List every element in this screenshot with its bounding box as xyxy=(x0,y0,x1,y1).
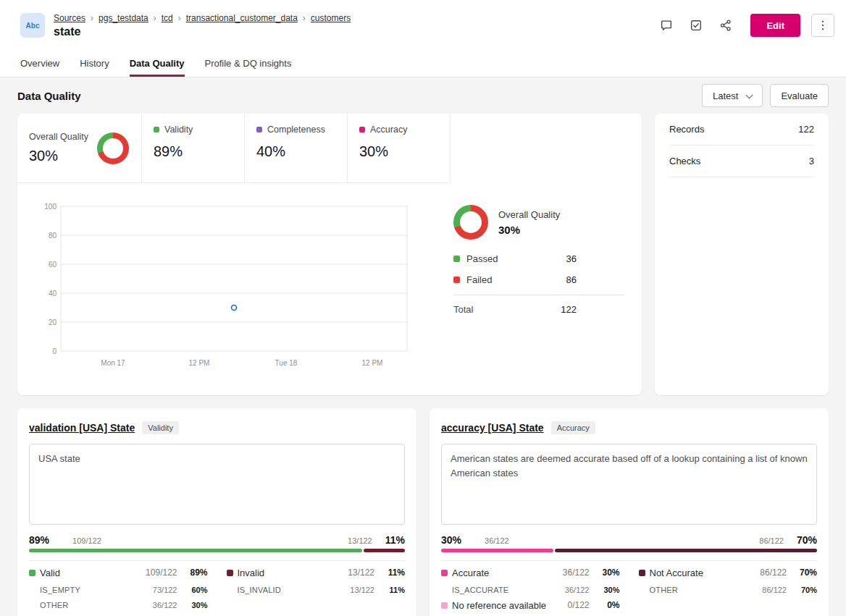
legend-invalid: Invalid 13/122 11% xyxy=(227,568,406,580)
completeness-color-swatch xyxy=(256,127,262,132)
breadcrumb-sources[interactable]: Sources xyxy=(54,13,85,23)
validity-color-swatch xyxy=(154,127,159,132)
accuracy-label: Accuracy xyxy=(370,125,407,135)
accurate-legend-fraction: 36/122 xyxy=(552,568,590,579)
passed-value: 36 xyxy=(566,253,624,264)
y-tick: 60 xyxy=(49,261,57,269)
quality-trend-chart: 100 80 60 40 20 0 Mon 17 12 PM Tue 18 12… xyxy=(35,202,419,376)
failed-value: 86 xyxy=(566,274,624,285)
legend-accurate: Accurate 36/122 30% xyxy=(441,568,620,580)
edit-button[interactable]: Edit xyxy=(750,14,800,37)
legend-is-empty: IS_EMPTY 73/122 60% xyxy=(29,585,208,595)
breadcrumb-separator-icon: › xyxy=(303,13,306,23)
records-row: Records 122 xyxy=(669,114,814,145)
is-accurate-label: IS_ACCURATE xyxy=(452,585,548,595)
is-empty-percent: 60% xyxy=(182,585,208,595)
x-tick: 12 PM xyxy=(362,359,383,367)
not-accurate-percent: 70% xyxy=(797,534,817,546)
no-reference-percent: 0% xyxy=(594,600,620,612)
accuracy-value: 30% xyxy=(359,143,438,160)
check-cards-row: validation [USA] State Validity USA stat… xyxy=(17,408,829,616)
legend-no-reference: No reference available 0/122 0% xyxy=(441,600,620,612)
overall-quality-label: Overall Quality xyxy=(29,132,88,142)
summary-value: 30% xyxy=(498,224,560,236)
validation-check-title[interactable]: validation [USA] State xyxy=(29,422,135,434)
passed-label: Passed xyxy=(466,253,498,264)
valid-legend-label: Valid xyxy=(40,568,135,580)
entity-header: Abc Sources › pgs_testdata › tcd › trans… xyxy=(20,13,351,38)
total-value: 122 xyxy=(561,304,624,315)
section-title: Data Quality xyxy=(17,90,81,102)
completeness-value: 40% xyxy=(256,143,335,160)
metric-validity[interactable]: Validity 89% xyxy=(142,114,245,183)
y-tick: 80 xyxy=(49,232,57,240)
invalid-bar-segment xyxy=(364,549,405,552)
passed-row: Passed 36 xyxy=(453,248,624,269)
metric-completeness[interactable]: Completeness 40% xyxy=(245,114,348,183)
legend-valid: Valid 109/122 89% xyxy=(29,568,208,580)
tab-history[interactable]: History xyxy=(80,51,109,77)
validation-progress-bar xyxy=(29,549,405,552)
summary-donut xyxy=(453,205,488,240)
overall-quality-summary: Overall Quality 30% Passed 36 Failed xyxy=(453,202,624,376)
comment-button[interactable] xyxy=(657,16,676,35)
is-empty-fraction: 73/122 xyxy=(140,585,177,595)
header-actions: Edit ⋮ xyxy=(657,14,834,37)
invalid-color-swatch xyxy=(227,570,233,576)
legend-not-accurate: Not Accurate 86/122 70% xyxy=(639,568,818,580)
breadcrumb-separator-icon: › xyxy=(91,13,93,23)
not-accurate-legend-percent: 70% xyxy=(791,568,817,579)
tasks-button[interactable] xyxy=(687,16,705,35)
more-menu-button[interactable]: ⋮ xyxy=(811,14,834,37)
breadcrumb-tcd[interactable]: tcd xyxy=(162,13,173,23)
no-reference-color-swatch xyxy=(441,602,448,609)
accuracy-progress-bar xyxy=(441,549,817,552)
other-percent: 30% xyxy=(182,600,208,610)
accuracy-other-label: OTHER xyxy=(650,585,745,595)
validity-badge: Validity xyxy=(142,421,179,434)
version-dropdown-label: Latest xyxy=(713,90,738,101)
version-dropdown[interactable]: Latest xyxy=(702,84,763,107)
failed-label: Failed xyxy=(466,274,492,285)
attribute-type-icon: Abc xyxy=(20,13,45,38)
valid-percent: 89% xyxy=(29,534,49,546)
legend-is-accurate: IS_ACCURATE 36/122 30% xyxy=(441,585,620,595)
breadcrumb-pgs-testdata[interactable]: pgs_testdata xyxy=(99,13,148,23)
section-header: Data Quality Latest Evaluate xyxy=(17,77,829,114)
tab-overview[interactable]: Overview xyxy=(20,51,59,77)
other-fraction: 36/122 xyxy=(140,600,177,610)
checks-label: Checks xyxy=(669,156,700,166)
accuracy-check-title[interactable]: accuracy [USA] State xyxy=(441,422,544,434)
accuracy-other-percent: 70% xyxy=(791,585,817,595)
not-accurate-legend-fraction: 86/122 xyxy=(749,568,787,579)
share-button[interactable] xyxy=(716,16,735,35)
x-tick: Mon 17 xyxy=(101,359,125,367)
data-quality-card: Overall Quality 30% Validity 89% Comp xyxy=(17,114,642,395)
not-accurate-color-swatch xyxy=(639,570,645,576)
tab-profile-dq-insights[interactable]: Profile & DQ insights xyxy=(205,51,292,77)
accuracy-color-swatch xyxy=(359,127,365,132)
breadcrumb-transactional-customer-data[interactable]: transactional_customer_data xyxy=(186,13,298,23)
is-accurate-fraction: 36/122 xyxy=(552,585,590,595)
validation-legend: Valid 109/122 89% IS_EMPTY 73/122 60% OT… xyxy=(29,560,405,610)
metric-accuracy[interactable]: Accuracy 30% xyxy=(348,114,451,183)
y-tick: 0 xyxy=(52,347,56,355)
summary-meta: Overall Quality 30% xyxy=(498,209,560,236)
x-tick: 12 PM xyxy=(189,359,210,367)
valid-legend-fraction: 109/122 xyxy=(140,568,177,579)
content-area: Data Quality Latest Evaluate Overall Qua… xyxy=(0,77,846,616)
tab-bar: Overview History Data Quality Profile & … xyxy=(0,51,846,77)
breadcrumb-customers[interactable]: customers xyxy=(311,13,351,23)
total-label: Total xyxy=(453,304,473,315)
accurate-legend-label: Accurate xyxy=(452,568,548,580)
accurate-color-swatch xyxy=(441,570,448,576)
no-reference-fraction: 0/122 xyxy=(552,600,590,612)
valid-color-swatch xyxy=(29,570,35,576)
not-accurate-fraction: 86/122 xyxy=(759,536,784,545)
tab-data-quality[interactable]: Data Quality xyxy=(130,51,185,77)
not-accurate-legend-label: Not Accurate xyxy=(650,568,745,580)
evaluate-button[interactable]: Evaluate xyxy=(770,84,829,107)
metric-overall-quality[interactable]: Overall Quality 30% xyxy=(17,114,142,183)
checks-row: Checks 3 xyxy=(669,145,814,177)
y-tick: 40 xyxy=(49,290,57,298)
